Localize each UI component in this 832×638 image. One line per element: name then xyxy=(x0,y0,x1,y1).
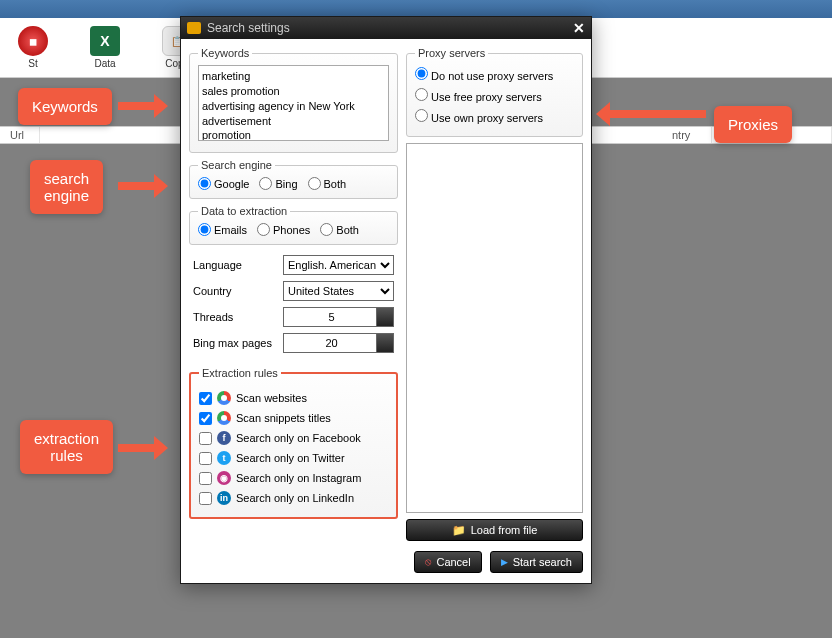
keywords-group: Keywords xyxy=(189,47,398,153)
callout-extraction-rules: extraction rules xyxy=(20,420,113,474)
excel-icon: X xyxy=(90,26,120,56)
threads-spinner[interactable]: 5 xyxy=(283,307,394,327)
play-icon: ▶ xyxy=(501,557,508,567)
bing-pages-label: Bing max pages xyxy=(193,337,283,349)
arrow-icon xyxy=(118,436,168,460)
chrome-icon xyxy=(217,411,231,425)
col-ntry: ntry xyxy=(662,127,712,143)
proxy-list-box[interactable] xyxy=(406,143,583,513)
country-select[interactable]: United States xyxy=(283,281,394,301)
cancel-icon: ⦸ xyxy=(425,556,431,568)
folder-icon: 📁 xyxy=(452,524,466,537)
search-engine-legend: Search engine xyxy=(198,159,275,171)
toolbar-stop[interactable]: ◼ St xyxy=(18,26,48,69)
arrow-icon xyxy=(596,102,706,126)
radio-proxy-none[interactable]: Do not use proxy servers xyxy=(415,67,574,82)
chk-scan-websites[interactable] xyxy=(199,392,212,405)
radio-proxy-own[interactable]: Use own proxy servers xyxy=(415,109,574,124)
radio-bing[interactable]: Bing xyxy=(259,177,297,190)
extraction-rules-group: Extraction rules Scan websites Scan snip… xyxy=(189,367,398,519)
radio-phones[interactable]: Phones xyxy=(257,223,310,236)
chk-facebook[interactable] xyxy=(199,432,212,445)
radio-both-engine[interactable]: Both xyxy=(308,177,347,190)
stop-icon: ◼ xyxy=(18,26,48,56)
language-select[interactable]: English. American xyxy=(283,255,394,275)
toolbar-stop-label: St xyxy=(28,58,37,69)
load-from-file-button[interactable]: 📁Load from file xyxy=(406,519,583,541)
linkedin-icon: in xyxy=(217,491,231,505)
country-label: Country xyxy=(193,285,283,297)
threads-label: Threads xyxy=(193,311,283,323)
radio-both-extract[interactable]: Both xyxy=(320,223,359,236)
arrow-icon xyxy=(118,94,168,118)
facebook-icon: f xyxy=(217,431,231,445)
callout-keywords: Keywords xyxy=(18,88,112,125)
radio-proxy-free[interactable]: Use free proxy servers xyxy=(415,88,574,103)
cancel-button[interactable]: ⦸Cancel xyxy=(414,551,481,573)
chk-scan-snippets[interactable] xyxy=(199,412,212,425)
callout-search-engine: search engine xyxy=(30,160,103,214)
start-search-button[interactable]: ▶Start search xyxy=(490,551,583,573)
bing-pages-spinner[interactable]: 20 xyxy=(283,333,394,353)
app-icon xyxy=(187,22,201,34)
close-icon[interactable]: ✕ xyxy=(573,20,585,36)
proxy-legend: Proxy servers xyxy=(415,47,488,59)
extraction-rules-legend: Extraction rules xyxy=(199,367,281,379)
radio-emails[interactable]: Emails xyxy=(198,223,247,236)
dialog-title: Search settings xyxy=(207,21,290,35)
chk-twitter[interactable] xyxy=(199,452,212,465)
col-url: Url xyxy=(0,127,40,143)
toolbar-data[interactable]: X Data xyxy=(90,26,120,69)
search-settings-dialog: Search settings ✕ Keywords Search engine… xyxy=(180,16,592,584)
data-extract-group: Data to extraction Emails Phones Both xyxy=(189,205,398,245)
chk-linkedin[interactable] xyxy=(199,492,212,505)
chk-instagram[interactable] xyxy=(199,472,212,485)
radio-google[interactable]: Google xyxy=(198,177,249,190)
arrow-icon xyxy=(118,174,168,198)
data-extract-legend: Data to extraction xyxy=(198,205,290,217)
instagram-icon: ◉ xyxy=(217,471,231,485)
callout-proxies: Proxies xyxy=(714,106,792,143)
search-engine-group: Search engine Google Bing Both xyxy=(189,159,398,199)
keywords-legend: Keywords xyxy=(198,47,252,59)
toolbar-data-label: Data xyxy=(94,58,115,69)
chrome-icon xyxy=(217,391,231,405)
dialog-titlebar[interactable]: Search settings ✕ xyxy=(181,17,591,39)
proxy-group: Proxy servers Do not use proxy servers U… xyxy=(406,47,583,137)
twitter-icon: t xyxy=(217,451,231,465)
keywords-textarea[interactable] xyxy=(198,65,389,141)
language-label: Language xyxy=(193,259,283,271)
